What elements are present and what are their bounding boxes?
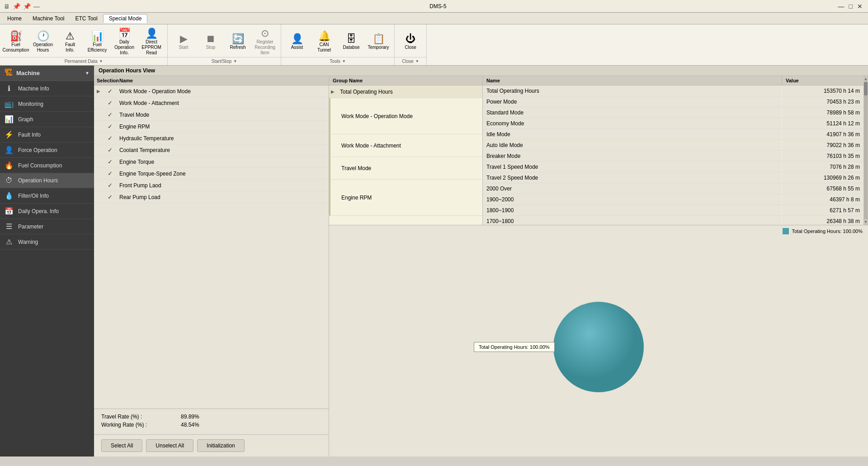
sidebar-item-machine-info[interactable]: ℹ Machine Info bbox=[0, 81, 94, 96]
ribbon-btn-assist[interactable]: 👤 Assist bbox=[284, 26, 310, 57]
menu-special-mode[interactable]: Special Mode bbox=[103, 14, 148, 23]
sidebar-item-fuel-consumption[interactable]: 🔥 Fuel Consumption bbox=[0, 158, 94, 173]
nv-row[interactable]: 1900~2000 46397 h 8 m bbox=[483, 194, 863, 205]
ribbon-btn-register[interactable]: ⊙ RegisterRecording Item bbox=[252, 26, 278, 57]
nv-row[interactable]: Travel 2 Speed Mode 130969 h 26 m bbox=[483, 172, 863, 183]
small-icon[interactable]: — bbox=[33, 3, 40, 10]
ribbon-btn-fuel-consumption[interactable]: ⛽ FuelConsumption bbox=[3, 26, 29, 57]
list-item[interactable]: ✓ Work Mode - Attachment bbox=[94, 97, 329, 109]
nv-row[interactable]: Total Operating Hours 153570 h 14 m bbox=[483, 86, 863, 96]
can-tunnel-icon: 🔔 bbox=[318, 31, 330, 41]
sidebar-machine-row[interactable]: 🏗 Machine ▼ bbox=[0, 66, 94, 81]
window-title: DMS-5 bbox=[40, 3, 836, 10]
list-item[interactable]: ✓ Engine RPM bbox=[94, 121, 329, 133]
sidebar-item-operation-hours[interactable]: ⏱ Operation Hours bbox=[0, 173, 94, 188]
filter-icon: 💧 bbox=[5, 191, 14, 200]
row-name: Engine Torque-Speed Zone bbox=[117, 169, 329, 178]
nv-name: Breaker Mode bbox=[483, 152, 782, 161]
nv-row[interactable]: Economy Mode 51124 h 12 m bbox=[483, 118, 863, 129]
row-checkbox[interactable]: ✓ bbox=[103, 88, 117, 95]
group-item-travel-mode[interactable]: Travel Mode bbox=[329, 157, 482, 180]
select-all-button[interactable]: Select All bbox=[101, 439, 142, 452]
row-checkbox[interactable]: ✓ bbox=[103, 182, 117, 189]
nv-row[interactable]: 1700~1800 26348 h 38 m bbox=[483, 216, 863, 225]
ribbon-btn-fault-info[interactable]: ⚠ FaultInfo. bbox=[57, 26, 83, 57]
tools-expand-icon[interactable]: ▼ bbox=[342, 59, 346, 63]
nv-row[interactable]: Power Mode 70453 h 23 m bbox=[483, 96, 863, 107]
row-checkbox[interactable]: ✓ bbox=[103, 158, 117, 165]
nv-value: 46397 h 8 m bbox=[782, 195, 863, 204]
row-checkbox[interactable]: ✓ bbox=[103, 147, 117, 153]
group-item-work-mode-op[interactable]: Work Mode - Operation Mode bbox=[329, 98, 482, 134]
sidebar-item-force-operation[interactable]: 👤 Force Operation bbox=[0, 143, 94, 158]
sidebar-item-monitoring[interactable]: 📺 Monitoring bbox=[0, 96, 94, 112]
pin2-icon[interactable]: 📌 bbox=[23, 3, 31, 10]
ribbon-btn-daily-op[interactable]: 📅 Daily OperationInfo. bbox=[111, 26, 137, 57]
initialization-button[interactable]: Initialization bbox=[197, 439, 245, 452]
group-item-total[interactable]: ▶ Total Operating Hours bbox=[329, 86, 482, 98]
sidebar-item-fault-info[interactable]: ⚡ Fault Info bbox=[0, 127, 94, 143]
app-icon[interactable]: 🖥 bbox=[4, 3, 10, 10]
minimize-button[interactable]: — bbox=[836, 3, 846, 10]
list-item[interactable]: ▶ ✓ Work Mode - Operation Mode bbox=[94, 86, 329, 97]
pin-icon[interactable]: 📌 bbox=[13, 3, 20, 10]
list-item[interactable]: ✓ Rear Pump Load bbox=[94, 191, 329, 203]
list-item[interactable]: ✓ Engine Torque-Speed Zone bbox=[94, 168, 329, 180]
sidebar-item-filter-oil[interactable]: 💧 Filter/Oil Info bbox=[0, 188, 94, 204]
sidebar-item-parameter[interactable]: ☰ Parameter bbox=[0, 219, 94, 234]
list-item[interactable]: ✓ Engine Torque bbox=[94, 156, 329, 168]
sidebar-item-daily-opera[interactable]: 📅 Daily Opera. Info bbox=[0, 204, 94, 219]
list-item[interactable]: ✓ Travel Mode bbox=[94, 109, 329, 121]
scroll-up-icon[interactable]: ▲ bbox=[864, 77, 868, 81]
unselect-all-button[interactable]: Unselect All bbox=[146, 439, 193, 452]
ribbon-btn-close[interactable]: ⏻ Close bbox=[397, 26, 424, 57]
nv-value: 130969 h 26 m bbox=[782, 173, 863, 182]
row-checkbox[interactable]: ✓ bbox=[103, 111, 117, 118]
ribbon-btn-start[interactable]: ▶ Start bbox=[170, 26, 197, 57]
nv-row[interactable]: Travel 1 Speed Mode 7076 h 28 m bbox=[483, 162, 863, 172]
row-checkbox[interactable]: ✓ bbox=[103, 123, 117, 130]
nv-row[interactable]: Idle Mode 41907 h 36 m bbox=[483, 129, 863, 140]
parameter-icon: ☰ bbox=[5, 222, 14, 231]
nv-row[interactable]: 1800~1900 6271 h 57 m bbox=[483, 205, 863, 216]
row-checkbox[interactable]: ✓ bbox=[103, 170, 117, 177]
nv-list: Total Operating Hours 153570 h 14 m Powe… bbox=[483, 86, 863, 225]
panels: Selection Name ▶ ✓ Work Mode - Operation… bbox=[94, 76, 868, 456]
row-checkbox[interactable]: ✓ bbox=[103, 135, 117, 142]
permanent-expand-icon[interactable]: ▼ bbox=[99, 59, 103, 63]
scroll-thumb[interactable] bbox=[864, 82, 868, 95]
maximize-button[interactable]: □ bbox=[847, 3, 854, 10]
scroll-down-icon[interactable]: ▼ bbox=[864, 220, 868, 224]
ribbon-btn-database[interactable]: 🗄 Databse bbox=[338, 26, 364, 57]
sidebar-label-monitoring: Monitoring bbox=[18, 101, 43, 107]
close-button[interactable]: ✕ bbox=[855, 3, 864, 10]
row-checkbox[interactable]: ✓ bbox=[103, 194, 117, 200]
close-expand-icon[interactable]: ▼ bbox=[415, 59, 419, 63]
nv-row[interactable]: Breaker Mode 76103 h 35 m bbox=[483, 151, 863, 162]
ribbon-btn-can-tunnel[interactable]: 🔔 CAN Tunnel bbox=[311, 26, 337, 57]
menu-etc-tool[interactable]: ETC Tool bbox=[70, 14, 103, 23]
list-item[interactable]: ✓ Coolant Temperature bbox=[94, 144, 329, 156]
row-checkbox[interactable]: ✓ bbox=[103, 100, 117, 106]
ribbon-btn-fuel-efficiency[interactable]: 📊 FuelEfficiency bbox=[84, 26, 110, 57]
startstop-expand-icon[interactable]: ▼ bbox=[233, 59, 237, 63]
nv-row[interactable]: 2000 Over 67568 h 55 m bbox=[483, 183, 863, 194]
menu-home[interactable]: Home bbox=[2, 14, 27, 23]
row-name: Engine RPM bbox=[117, 122, 329, 131]
group-item-engine-rpm[interactable]: Engine RPM bbox=[329, 180, 482, 216]
nv-row[interactable]: Standard Mode 78989 h 58 m bbox=[483, 107, 863, 118]
ribbon-btn-direct-epprom[interactable]: 👤 DirectEPPROM Read bbox=[138, 26, 165, 57]
group-item-work-mode-att[interactable]: Work Mode - Attachment bbox=[329, 134, 482, 157]
ribbon-btn-operation-hours[interactable]: 🕐 OperationHours bbox=[30, 26, 56, 57]
ribbon-btn-temporary[interactable]: 📋 Temporary bbox=[365, 26, 392, 57]
right-top-scrollbar[interactable]: ▲ ▼ bbox=[863, 76, 868, 225]
ribbon-btn-refresh[interactable]: 🔄 Refresh bbox=[225, 26, 251, 57]
nv-row[interactable]: Auto Idle Mode 79022 h 36 m bbox=[483, 140, 863, 151]
list-item[interactable]: ✓ Hydraulic Temperature bbox=[94, 133, 329, 144]
sidebar-item-graph[interactable]: 📊 Graph bbox=[0, 112, 94, 127]
ribbon-btn-stop[interactable]: ⏹ Stop bbox=[198, 26, 224, 57]
row-name: Hydraulic Temperature bbox=[117, 134, 329, 143]
list-item[interactable]: ✓ Front Pump Laod bbox=[94, 180, 329, 191]
menu-machine-tool[interactable]: Machine Tool bbox=[27, 14, 70, 23]
sidebar-item-warning[interactable]: ⚠ Warning bbox=[0, 234, 94, 250]
